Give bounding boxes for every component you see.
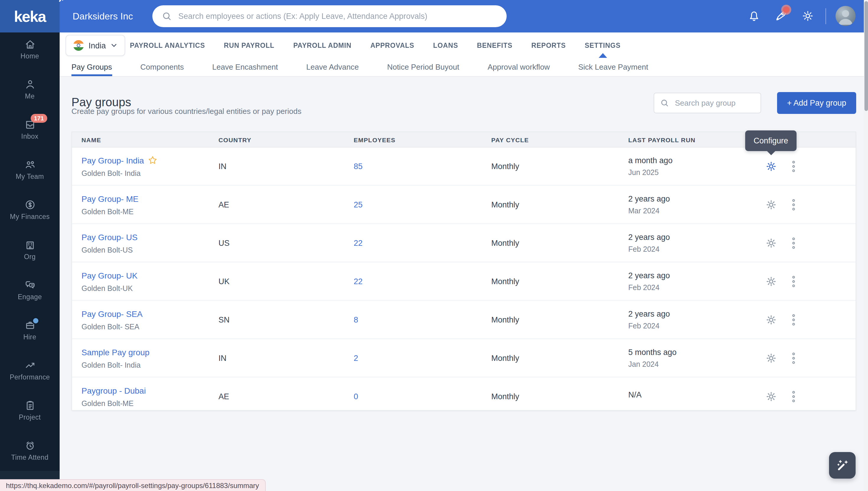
global-search[interactable] (152, 5, 507, 27)
employees-count-link[interactable]: 22 (354, 277, 363, 286)
hire-notification-dot (32, 317, 39, 324)
subtab-approval-workflow[interactable]: Approval workflow (487, 58, 550, 76)
tab-benefits[interactable]: BENEFITS (477, 32, 512, 58)
pay-group-link[interactable]: Sample Pay group (82, 347, 149, 357)
row-menu-kebab-icon[interactable] (786, 236, 801, 250)
sidebar-item-me[interactable]: Me (0, 73, 60, 113)
pay-group-link[interactable]: Pay Group- ME (82, 194, 138, 203)
last-run-relative: 2 years ago (628, 271, 670, 280)
sidebar-item-performance[interactable]: Performance (0, 353, 60, 394)
configure-gear-icon[interactable] (764, 389, 778, 403)
settings-gear-icon[interactable] (801, 9, 815, 23)
row-menu-kebab-icon[interactable] (786, 159, 801, 173)
row-menu-kebab-icon[interactable] (786, 389, 801, 403)
country-name: India (89, 41, 106, 50)
configure-gear-icon[interactable] (764, 351, 778, 365)
employees-count-link[interactable]: 0 (354, 392, 358, 401)
country-selector[interactable]: India (65, 35, 125, 56)
tab-approvals[interactable]: APPROVALS (370, 32, 414, 58)
last-run-month: Jun 2025 (628, 168, 673, 176)
sidebar-item-label: My Finances (10, 213, 50, 220)
pay-group-link[interactable]: Pay Group- UK (82, 270, 138, 280)
row-menu-kebab-icon[interactable] (786, 351, 801, 365)
row-menu-kebab-icon[interactable] (786, 197, 801, 211)
last-run-relative: 2 years ago (628, 233, 670, 241)
subtab-sick-leave-payment[interactable]: Sick Leave Payment (578, 58, 648, 76)
subtab-leave-advance[interactable]: Leave Advance (306, 58, 359, 76)
scrollbar-thumb[interactable] (864, 1, 868, 111)
employees-count-link[interactable]: 22 (354, 238, 363, 247)
country-code: US (219, 238, 230, 247)
chevron-down-icon (111, 42, 118, 49)
team-icon (24, 159, 36, 171)
country-code: IN (219, 353, 226, 362)
last-run-relative: 5 months ago (628, 348, 677, 356)
pay-group-link[interactable]: Pay Group- US (82, 232, 138, 242)
table-row: Pay Group- ME Golden Bolt-ME AE 25 Month… (72, 186, 856, 224)
configure-gear-icon[interactable] (764, 313, 778, 327)
sidebar-item-project[interactable]: Project (0, 394, 60, 434)
tab-loans[interactable]: LOANS (433, 32, 458, 58)
tab-run-payroll[interactable]: RUN PAYROLL (224, 32, 274, 58)
legal-entity: Golden Bolt- India (82, 361, 149, 369)
clipboard-icon (24, 400, 36, 411)
whats-new-rocket-icon[interactable] (774, 9, 788, 23)
employees-count-link[interactable]: 2 (354, 353, 358, 362)
sidebar-item-label: Engage (18, 293, 42, 300)
dollar-circle-icon (24, 199, 36, 211)
pay-groups-table: NAME COUNTRY EMPLOYEES PAY CYCLE LAST PA… (72, 132, 856, 411)
sidebar-item-my-team[interactable]: My Team (0, 153, 60, 193)
search-icon (162, 11, 172, 21)
sidebar-item-engage[interactable]: Engage (0, 273, 60, 313)
pay-group-link[interactable]: Paygroup - Dubai (82, 386, 146, 395)
tab-payroll-admin[interactable]: PAYROLL ADMIN (293, 32, 351, 58)
subtab-notice-period-buyout[interactable]: Notice Period Buyout (387, 58, 459, 76)
favorite-star-icon[interactable] (148, 155, 158, 165)
subtab-components[interactable]: Components (140, 58, 184, 76)
keka-logo[interactable]: keka (0, 0, 60, 32)
last-run-month: Feb 2024 (628, 245, 670, 253)
configure-gear-icon[interactable] (764, 159, 778, 173)
subtab-pay-groups[interactable]: Pay Groups (72, 58, 112, 76)
sidebar-item-home[interactable]: Home (0, 32, 60, 73)
table-row: Pay Group- UK Golden Bolt-UK UK 22 Month… (72, 263, 856, 301)
last-run-month: Mar 2024 (628, 206, 670, 215)
tab-reports[interactable]: REPORTS (531, 32, 566, 58)
sidebar-item-inbox[interactable]: 171 Inbox (0, 113, 60, 153)
last-run-relative: N/A (628, 390, 642, 399)
employees-count-link[interactable]: 85 (354, 162, 363, 171)
user-avatar[interactable] (836, 6, 856, 26)
subtab-leave-encashment[interactable]: Leave Encashment (212, 58, 278, 76)
sidebar-item-label: Performance (10, 374, 50, 381)
magic-wand-button[interactable] (829, 452, 856, 479)
sidebar-item-org[interactable]: Org (0, 233, 60, 273)
sidebar-item-time-attend[interactable]: Time Attend (0, 434, 60, 474)
sidebar-item-hire[interactable]: Hire (0, 313, 60, 353)
tab-payroll-analytics[interactable]: PAYROLL ANALYTICS (130, 32, 205, 58)
pay-group-link[interactable]: Pay Group- SEA (82, 309, 143, 318)
row-menu-kebab-icon[interactable] (786, 274, 801, 288)
tab-settings[interactable]: SETTINGS (585, 32, 621, 58)
table-header: NAME COUNTRY EMPLOYEES PAY CYCLE LAST PA… (72, 132, 856, 148)
row-menu-kebab-icon[interactable] (786, 313, 801, 327)
sidebar-item-label: Inbox (21, 133, 38, 140)
legal-entity: Golden Bolt- SEA (82, 322, 143, 331)
country-code: UK (219, 277, 230, 286)
global-search-input[interactable] (177, 11, 497, 21)
employees-count-link[interactable]: 8 (354, 315, 358, 324)
pay-group-link[interactable]: Pay Group- India (82, 155, 158, 165)
add-pay-group-button[interactable]: + Add Pay group (777, 92, 856, 114)
pay-cycle: Monthly (491, 162, 519, 171)
employees-count-link[interactable]: 25 (354, 200, 363, 209)
sidebar-item-my-finances[interactable]: My Finances (0, 193, 60, 233)
pay-group-search-input[interactable] (674, 98, 755, 108)
trend-arrow-icon (24, 359, 36, 371)
pay-group-search[interactable] (654, 93, 761, 113)
payroll-module-nav: India PAYROLL ANALYTICS RUN PAYROLL PAYR… (60, 32, 864, 58)
configure-gear-icon[interactable] (764, 274, 778, 288)
country-code: AE (219, 392, 229, 401)
notifications-bell-icon[interactable] (747, 9, 761, 23)
configure-gear-icon[interactable] (764, 197, 778, 211)
pay-cycle: Monthly (491, 353, 519, 362)
configure-gear-icon[interactable] (764, 236, 778, 250)
